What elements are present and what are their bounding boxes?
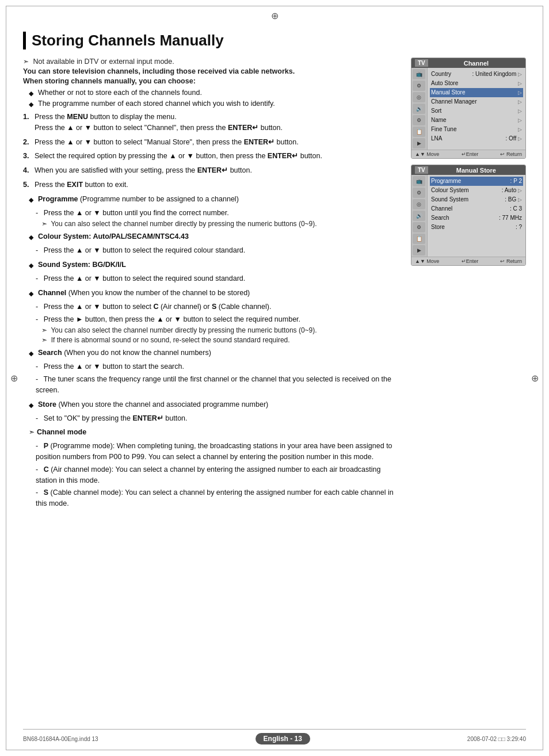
icon-p2-1: 📺 [413,176,425,186]
icon-p2-6: 📋 [413,234,425,244]
step-2: 2. Press the ▲ or ▼ button to select "Ma… [23,137,401,148]
feature-channel-mode: ➣ Channel mode - P (Programme mode): Whe… [29,428,401,509]
panel1-body: 📺 ⚙ ◎ 🔊 ⚙ 📋 ▶ Country : United Kingdom ▷ [411,68,525,150]
icon-7: ▶ [413,138,425,148]
page-title: Storing Channels Manually [23,32,526,49]
step-1-content: Press the MENU button to display the men… [35,112,401,133]
icon-p2-2: ⚙ [413,188,425,198]
feature-store-header: ◆ Store (When you store the channel and … [29,400,401,411]
footer-move: ▲▼ Move [415,151,439,157]
icon-6: 📋 [413,127,425,137]
step-3-content: Select the required option by pressing t… [35,151,401,162]
footer2-move: ▲▼ Move [415,258,439,264]
bullet-diamond: ◆ [29,350,33,357]
note-line-2: You can store television channels, inclu… [23,67,401,75]
panel1-tv-label: TV [415,59,428,67]
icon-p2-5: ⚙ [413,222,425,232]
feature-channel-header: ◆ Channel (When you know the number of t… [29,289,401,299]
panel1-title: Channel [430,60,522,67]
menu-row-autostore: Auto Store ▷ [430,79,523,88]
menu-row-sort: Sort ▷ [430,106,523,116]
menu-row-finetune: Fine Tune ▷ [430,125,523,134]
feature-sound-sub1: - Press the ▲ or ▼ button to select the … [36,273,401,284]
step-4-content: When you are satisfied with your setting… [35,165,401,176]
reg-mark-right: ⊕ [531,373,539,384]
panel2-footer: ▲▼ Move ↵Enter ↩ Return [411,257,525,265]
left-column: ➣ Not available in DTV or external input… [23,58,401,514]
bullet-diamond: ◆ [29,101,33,108]
icon-p2-7: ▶ [413,245,425,255]
panel1-icons: 📺 ⚙ ◎ 🔊 ⚙ 📋 ▶ [411,68,428,150]
step-4: 4. When you are satisfied with your sett… [23,165,401,176]
menu2-row-soundsys: Sound System : BG ▷ [430,195,523,204]
reg-mark-top: ⊕ [271,10,279,21]
feature-programme-note1: ➣ You can also select the channel number… [41,220,401,228]
note-arrow-1: ➣ [23,58,29,66]
panel1-menu: Country : United Kingdom ▷ Auto Store ▷ … [428,68,525,150]
bullet-item: ◆ Whether or not to store each of the ch… [29,89,401,97]
feature-channel-note2: ➣ If there is abnormal sound or no sound… [41,336,401,344]
menu-row-manualstore: Manual Store ▷ [430,88,523,97]
feature-search: ◆ Search (When you do not know the chann… [29,349,401,395]
menu-row-name: Name ▷ [430,116,523,125]
channel-mode-s: - S (Cable channel mode): You can select… [36,487,401,509]
bullet-diamond: ◆ [29,262,33,269]
feature-programme-sub1: - Press the ▲ or ▼ button until you find… [36,208,401,219]
tv-panel-manualstore: TV Manual Store 📺 ⚙ ◎ 🔊 ⚙ 📋 ▶ [411,165,526,266]
icon-1: 📺 [413,69,425,79]
tv-panel-channel: TV Channel 📺 ⚙ ◎ 🔊 ⚙ 📋 ▶ [411,58,526,159]
menu-row-channelmgr: Channel Manager ▷ [430,97,523,106]
bottom-page-label: English - 13 [256,733,310,744]
menu-row-lna: LNA : Off ▷ [430,134,523,143]
feature-channel-sub2: - Press the ► button, then press the ▲ o… [36,314,401,325]
step-1: 1. Press the MENU button to display the … [23,112,401,133]
bottom-date: 2008-07-02 □□ 3:29:40 [467,736,526,742]
menu2-row-programme: Programme : P 2 [430,177,523,186]
bullet-diamond: ◆ [29,196,33,204]
right-column: TV Channel 📺 ⚙ ◎ 🔊 ⚙ 📋 ▶ [411,58,526,272]
panel2-header: TV Manual Store [411,165,525,175]
feature-channel: ◆ Channel (When you know the number of t… [29,289,401,345]
feature-store-sub1: - Set to "OK" by pressing the ENTER↵ but… [36,413,401,424]
feature-channel-sub1: - Press the ▲ or ▼ button to select C (A… [36,301,401,312]
icon-p2-3: ◎ [413,199,425,209]
channel-mode-c: - C (Air channel mode): You can select a… [36,464,401,486]
icon-3: ◎ [413,92,425,102]
feature-programme-header: ◆ Programme (Programme number to be assi… [29,195,401,205]
step-2-content: Press the ▲ or ▼ button to select "Manua… [35,137,401,148]
feature-search-header: ◆ Search (When you do not know the chann… [29,349,401,359]
feature-sound: ◆ Sound System: BG/DK/I/L - Press the ▲ … [29,261,401,284]
panel2-menu: Programme : P 2 Colour System : Auto ▷ S… [428,175,525,257]
channel-mode-p: - P (Programme mode): When completing tu… [36,441,401,463]
panel1-footer: ▲▼ Move ↵Enter ↩ Return [411,150,525,158]
feature-colour-sub1: - Press the ▲ or ▼ button to select the … [36,245,401,256]
bullet-item: ◆ The programme number of each stored ch… [29,100,401,108]
icon-5: ⚙ [413,115,425,125]
icon-4: 🔊 [413,104,425,114]
menu2-row-coloursys: Colour System : Auto ▷ [430,186,523,195]
footer2-return: ↩ Return [500,258,522,264]
footer2-enter: ↵Enter [462,258,479,264]
icon-2: ⚙ [413,81,425,91]
panel2-title: Manual Store [430,167,522,174]
step-5-content: Press the EXIT button to exit. [35,180,401,190]
icon-p2-4: 🔊 [413,211,425,221]
panel1-header: TV Channel [411,58,525,68]
menu2-row-store: Store : ? [430,223,523,232]
feature-sound-header: ◆ Sound System: BG/DK/I/L [29,261,401,271]
feature-search-sub2: - The tuner scans the frequency range un… [36,374,401,396]
menu2-row-search: Search : 77 MHz [430,213,523,223]
panel2-icons: 📺 ⚙ ◎ 🔊 ⚙ 📋 ▶ [411,175,428,257]
main-layout: ➣ Not available in DTV or external input… [23,58,526,514]
note-line-3: When storing channels manually, you can … [23,77,401,85]
menu-row-country: Country : United Kingdom ▷ [430,70,523,79]
feature-search-sub1: - Press the ▲ or ▼ button to start the s… [36,361,401,372]
bullet-diamond: ◆ [29,402,33,409]
bullet-diamond: ◆ [29,234,33,241]
panel2-tv-label: TV [415,166,428,174]
note-line-1: ➣ Not available in DTV or external input… [23,58,401,66]
bullet-diamond: ◆ [29,90,33,97]
footer-return: ↩ Return [500,151,522,157]
reg-mark-left: ⊕ [10,373,18,384]
feature-colour: ◆ Colour System: Auto/PAL/SECAM/NTSC4.43… [29,232,401,256]
